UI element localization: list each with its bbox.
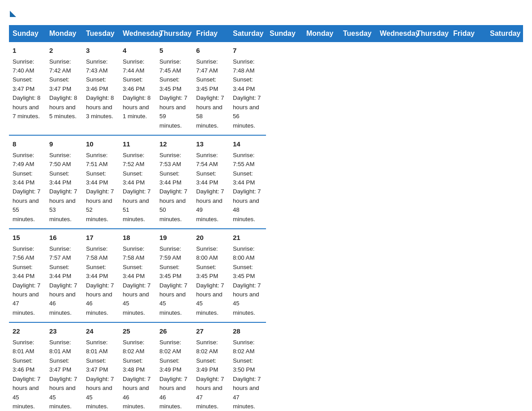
calendar-cell: 10Sunrise: 7:51 AMSunset: 3:44 PMDayligh… — [82, 135, 119, 229]
calendar-cell: 2Sunrise: 7:42 AMSunset: 3:47 PMDaylight… — [46, 42, 82, 135]
day-info: Sunrise: 7:53 AMSunset: 3:44 PMDaylight:… — [159, 152, 187, 223]
calendar-cell: 21Sunrise: 8:00 AMSunset: 3:45 PMDayligh… — [229, 229, 266, 322]
header-wednesday: Wednesday — [376, 25, 413, 42]
day-info: Sunrise: 8:02 AMSunset: 3:49 PMDaylight:… — [159, 339, 187, 410]
day-number: 27 — [196, 326, 226, 337]
day-number: 11 — [123, 139, 152, 150]
day-number: 13 — [196, 139, 226, 150]
calendar-week-row: 22Sunrise: 8:01 AMSunset: 3:46 PMDayligh… — [9, 322, 523, 411]
day-info: Sunrise: 7:52 AMSunset: 3:44 PMDaylight:… — [123, 152, 150, 223]
header-tuesday: Tuesday — [82, 25, 119, 42]
day-number: 26 — [159, 326, 189, 337]
day-info: Sunrise: 7:58 AMSunset: 3:44 PMDaylight:… — [123, 245, 150, 316]
day-info: Sunrise: 8:02 AMSunset: 3:49 PMDaylight:… — [196, 339, 224, 410]
calendar-cell: 3Sunrise: 7:43 AMSunset: 3:46 PMDaylight… — [82, 42, 119, 135]
header-friday: Friday — [193, 25, 229, 42]
day-number: 18 — [123, 233, 152, 243]
calendar-cell: 12Sunrise: 7:53 AMSunset: 3:44 PMDayligh… — [156, 135, 193, 229]
day-info: Sunrise: 7:47 AMSunset: 3:45 PMDaylight:… — [196, 58, 224, 129]
day-info: Sunrise: 7:56 AMSunset: 3:44 PMDaylight:… — [13, 245, 40, 316]
day-number: 9 — [49, 139, 79, 150]
calendar-week-row: 15Sunrise: 7:56 AMSunset: 3:44 PMDayligh… — [9, 229, 523, 322]
day-info: Sunrise: 7:44 AMSunset: 3:46 PMDaylight:… — [123, 58, 150, 120]
day-number: 5 — [159, 46, 189, 56]
calendar-cell: 26Sunrise: 8:02 AMSunset: 3:49 PMDayligh… — [156, 322, 193, 411]
day-number: 19 — [159, 233, 189, 243]
day-info: Sunrise: 7:57 AMSunset: 3:44 PMDaylight:… — [49, 245, 77, 316]
calendar-cell: 4Sunrise: 7:44 AMSunset: 3:46 PMDaylight… — [119, 42, 156, 135]
calendar-cell: 6Sunrise: 7:47 AMSunset: 3:45 PMDaylight… — [193, 42, 229, 135]
day-info: Sunrise: 7:42 AMSunset: 3:47 PMDaylight:… — [49, 58, 77, 120]
calendar-cell: 22Sunrise: 8:01 AMSunset: 3:46 PMDayligh… — [9, 322, 46, 411]
day-number: 12 — [159, 139, 189, 150]
header-tuesday: Tuesday — [339, 25, 376, 42]
day-number: 10 — [86, 139, 116, 150]
day-info: Sunrise: 8:00 AMSunset: 3:45 PMDaylight:… — [196, 245, 224, 316]
day-number: 14 — [233, 139, 262, 150]
day-info: Sunrise: 8:02 AMSunset: 3:50 PMDaylight:… — [233, 339, 261, 410]
day-info: Sunrise: 7:55 AMSunset: 3:44 PMDaylight:… — [233, 152, 261, 223]
day-number: 16 — [49, 233, 79, 243]
day-number: 23 — [49, 326, 79, 337]
day-number: 8 — [13, 139, 42, 150]
calendar-cell: 8Sunrise: 7:49 AMSunset: 3:44 PMDaylight… — [9, 135, 46, 229]
calendar-cell: 14Sunrise: 7:55 AMSunset: 3:44 PMDayligh… — [229, 135, 266, 229]
calendar-cell: 11Sunrise: 7:52 AMSunset: 3:44 PMDayligh… — [119, 135, 156, 229]
calendar-table: SundayMondayTuesdayWednesdayThursdayFrid… — [9, 25, 523, 411]
header-thursday: Thursday — [413, 25, 450, 42]
calendar-cell: 24Sunrise: 8:01 AMSunset: 3:47 PMDayligh… — [82, 322, 119, 411]
calendar-cell: 9Sunrise: 7:50 AMSunset: 3:44 PMDaylight… — [46, 135, 82, 229]
day-info: Sunrise: 7:40 AMSunset: 3:47 PMDaylight:… — [13, 58, 40, 120]
day-info: Sunrise: 8:02 AMSunset: 3:48 PMDaylight:… — [123, 339, 150, 410]
day-info: Sunrise: 8:01 AMSunset: 3:47 PMDaylight:… — [86, 339, 114, 410]
day-number: 1 — [13, 46, 42, 56]
day-info: Sunrise: 7:51 AMSunset: 3:44 PMDaylight:… — [86, 152, 114, 223]
header-thursday: Thursday — [156, 25, 193, 42]
day-info: Sunrise: 7:50 AMSunset: 3:44 PMDaylight:… — [49, 152, 77, 223]
header-saturday: Saturday — [229, 25, 266, 42]
header-monday: Monday — [303, 25, 339, 42]
calendar-cell: 15Sunrise: 7:56 AMSunset: 3:44 PMDayligh… — [9, 229, 46, 322]
day-number: 15 — [13, 233, 42, 243]
calendar-header-row: SundayMondayTuesdayWednesdayThursdayFrid… — [9, 25, 523, 42]
logo — [9, 9, 17, 17]
day-number: 22 — [13, 326, 42, 337]
day-number: 25 — [123, 326, 152, 337]
day-number: 17 — [86, 233, 116, 243]
page-header — [9, 9, 523, 17]
calendar-cell: 23Sunrise: 8:01 AMSunset: 3:47 PMDayligh… — [46, 322, 82, 411]
header-friday: Friday — [450, 25, 486, 42]
day-number: 6 — [196, 46, 226, 56]
day-info: Sunrise: 7:59 AMSunset: 3:45 PMDaylight:… — [159, 245, 187, 316]
day-info: Sunrise: 8:01 AMSunset: 3:46 PMDaylight:… — [13, 339, 40, 410]
calendar-cell: 13Sunrise: 7:54 AMSunset: 3:44 PMDayligh… — [193, 135, 229, 229]
day-number: 21 — [233, 233, 262, 243]
logo-triangle-icon — [10, 11, 16, 17]
day-number: 3 — [86, 46, 116, 56]
day-number: 2 — [49, 46, 79, 56]
day-info: Sunrise: 7:45 AMSunset: 3:45 PMDaylight:… — [159, 58, 187, 129]
calendar-cell: 18Sunrise: 7:58 AMSunset: 3:44 PMDayligh… — [119, 229, 156, 322]
day-info: Sunrise: 7:54 AMSunset: 3:44 PMDaylight:… — [196, 152, 224, 223]
day-number: 20 — [196, 233, 226, 243]
day-number: 24 — [86, 326, 116, 337]
day-info: Sunrise: 8:01 AMSunset: 3:47 PMDaylight:… — [49, 339, 77, 410]
calendar-cell: 25Sunrise: 8:02 AMSunset: 3:48 PMDayligh… — [119, 322, 156, 411]
day-info: Sunrise: 7:43 AMSunset: 3:46 PMDaylight:… — [86, 58, 114, 120]
calendar-cell: 28Sunrise: 8:02 AMSunset: 3:50 PMDayligh… — [229, 322, 266, 411]
calendar-cell: 17Sunrise: 7:58 AMSunset: 3:44 PMDayligh… — [82, 229, 119, 322]
calendar-cell: 5Sunrise: 7:45 AMSunset: 3:45 PMDaylight… — [156, 42, 193, 135]
header-wednesday: Wednesday — [119, 25, 156, 42]
calendar-cell: 16Sunrise: 7:57 AMSunset: 3:44 PMDayligh… — [46, 229, 82, 322]
header-saturday: Saturday — [486, 25, 523, 42]
day-number: 28 — [233, 326, 262, 337]
calendar-cell: 27Sunrise: 8:02 AMSunset: 3:49 PMDayligh… — [193, 322, 229, 411]
day-info: Sunrise: 7:49 AMSunset: 3:44 PMDaylight:… — [13, 152, 40, 223]
day-info: Sunrise: 8:00 AMSunset: 3:45 PMDaylight:… — [233, 245, 261, 316]
day-number: 7 — [233, 46, 262, 56]
day-number: 4 — [123, 46, 152, 56]
header-monday: Monday — [46, 25, 82, 42]
day-info: Sunrise: 7:48 AMSunset: 3:44 PMDaylight:… — [233, 58, 261, 129]
calendar-cell: 19Sunrise: 7:59 AMSunset: 3:45 PMDayligh… — [156, 229, 193, 322]
header-sunday: Sunday — [9, 25, 46, 42]
